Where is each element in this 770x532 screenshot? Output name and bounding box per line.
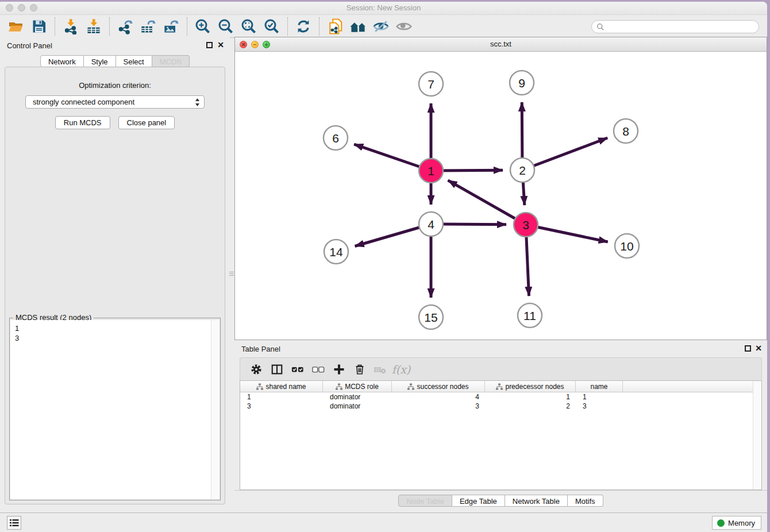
search-field[interactable] xyxy=(591,20,759,33)
table-cell[interactable]: 3 xyxy=(240,402,323,411)
optimization-criterion-select[interactable]: strongly connected component xyxy=(25,95,205,109)
dropdown-stepper-icon xyxy=(195,98,200,110)
export-table-button[interactable] xyxy=(138,17,158,36)
import-network-button[interactable] xyxy=(61,17,80,36)
refresh-icon xyxy=(295,18,312,35)
close-panel-icon[interactable]: ✕ xyxy=(217,40,224,49)
table-cell[interactable]: 3 xyxy=(392,402,485,411)
column-header-shared-name[interactable]: shared name xyxy=(240,381,323,392)
graph-node-14[interactable]: 14 xyxy=(324,240,348,264)
column-header-label: successor nodes xyxy=(417,383,468,391)
close-panel-button[interactable]: Close panel xyxy=(118,116,175,129)
tab-motifs[interactable]: Motifs xyxy=(568,495,603,507)
graph-node-4[interactable]: 4 xyxy=(419,212,443,236)
table-settings-button[interactable] xyxy=(246,361,267,378)
column-header-label: predecessor nodes xyxy=(505,383,564,391)
search-input[interactable] xyxy=(607,22,754,31)
vertical-splitter-handle[interactable] xyxy=(229,269,234,277)
graph-node-6[interactable]: 6 xyxy=(324,126,348,150)
task-history-button[interactable] xyxy=(7,516,21,530)
result-line[interactable]: 3 xyxy=(10,333,220,343)
graph-node-11[interactable]: 11 xyxy=(518,303,542,327)
network-minimize-button[interactable]: − xyxy=(251,41,259,48)
network-window-title: scc.txt xyxy=(235,37,767,51)
memory-button[interactable]: Memory xyxy=(712,516,761,530)
graph-node-15[interactable]: 15 xyxy=(419,305,443,329)
graph-node-10[interactable]: 10 xyxy=(615,234,639,258)
graph-node-label: 6 xyxy=(332,132,339,145)
float-panel-icon[interactable] xyxy=(206,42,213,48)
export-network-button[interactable] xyxy=(116,17,135,36)
import-table-button[interactable] xyxy=(84,17,103,36)
network-canvas[interactable]: 7968124314101511 xyxy=(235,52,767,340)
graph-node-2[interactable]: 2 xyxy=(510,158,534,182)
hide-details-button[interactable] xyxy=(371,17,391,36)
graph-node-label: 7 xyxy=(428,78,434,91)
graph-node-3[interactable]: 3 xyxy=(514,213,538,237)
result-scrollbar[interactable] xyxy=(211,320,220,499)
graph-edge-2-8[interactable] xyxy=(522,138,607,170)
tab-network-table[interactable]: Network Table xyxy=(505,495,568,507)
graph-node-1[interactable]: 1 xyxy=(419,159,443,183)
table-cell[interactable]: 1 xyxy=(240,392,323,402)
tab-node-table[interactable]: Node Table xyxy=(398,495,452,507)
network-maximize-button[interactable]: + xyxy=(263,41,270,48)
show-details-button[interactable] xyxy=(394,17,414,36)
split-columns-button[interactable] xyxy=(267,361,287,378)
tab-mcds[interactable]: MCDS xyxy=(152,55,190,67)
column-type-icon xyxy=(256,383,263,390)
table-row: 1dominator411 xyxy=(240,392,761,402)
column-header-name[interactable]: name xyxy=(576,381,623,392)
zoom-out-button[interactable] xyxy=(216,17,236,36)
close-table-panel-icon[interactable]: ✕ xyxy=(755,344,762,353)
column-header-successor-nodes[interactable]: successor nodes xyxy=(392,381,485,392)
toolbar-separator xyxy=(319,17,319,36)
table-cell[interactable]: dominator xyxy=(323,402,392,411)
copy-network-button[interactable] xyxy=(325,17,345,36)
search-icon xyxy=(596,23,605,31)
graph-node-9[interactable]: 9 xyxy=(510,71,534,95)
open-session-button[interactable] xyxy=(6,17,26,36)
zoom-in-button[interactable] xyxy=(193,17,213,36)
home-button[interactable] xyxy=(348,17,368,36)
import-network-icon xyxy=(63,18,79,34)
table-cell[interactable]: 1 xyxy=(576,392,623,402)
table-cell[interactable]: 1 xyxy=(485,392,576,402)
unselect-all-columns-button[interactable] xyxy=(308,361,329,378)
tab-network[interactable]: Network xyxy=(40,55,84,67)
result-line[interactable]: 1 xyxy=(10,323,220,333)
select-all-columns-button[interactable] xyxy=(287,361,308,378)
selected-option: strongly connected component xyxy=(33,98,134,106)
table-scrollbar[interactable] xyxy=(753,381,761,489)
minimize-window-button[interactable] xyxy=(18,4,25,11)
column-header-predecessor-nodes[interactable]: predecessor nodes xyxy=(485,381,576,392)
zoom-selected-button[interactable] xyxy=(262,17,282,36)
graph-node-7[interactable]: 7 xyxy=(419,72,443,96)
tab-select[interactable]: Select xyxy=(116,55,152,67)
delete-column-button[interactable] xyxy=(349,361,370,378)
mcds-result-list[interactable]: 13 xyxy=(10,320,220,499)
run-mcds-button[interactable]: Run MCDS xyxy=(55,116,110,129)
network-close-button[interactable]: ✕ xyxy=(240,41,247,48)
column-header-MCDS-role[interactable]: MCDS role xyxy=(323,381,392,392)
result-lines: 13 xyxy=(10,320,220,343)
export-image-button[interactable] xyxy=(161,17,181,36)
create-column-button[interactable] xyxy=(329,361,349,378)
float-table-panel-icon[interactable] xyxy=(745,345,751,352)
tab-style[interactable]: Style xyxy=(84,55,116,67)
graph-edge-3-1[interactable] xyxy=(448,180,526,225)
column-header-label: MCDS role xyxy=(345,383,379,391)
close-window-button[interactable] xyxy=(6,4,13,11)
refresh-button[interactable] xyxy=(294,17,313,36)
graph-node-8[interactable]: 8 xyxy=(614,119,638,143)
maximize-window-button[interactable] xyxy=(30,4,37,11)
save-session-button[interactable] xyxy=(29,17,49,36)
table-cell[interactable]: dominator xyxy=(323,392,392,402)
table-cell[interactable]: 3 xyxy=(576,402,623,411)
table-cell[interactable]: 2 xyxy=(485,402,576,411)
column-type-icon xyxy=(407,383,414,390)
zoom-fit-button[interactable] xyxy=(239,17,259,36)
network-window-titlebar[interactable]: ✕ − + scc.txt xyxy=(235,37,767,52)
table-cell[interactable]: 4 xyxy=(392,392,485,402)
tab-edge-table[interactable]: Edge Table xyxy=(452,495,505,507)
